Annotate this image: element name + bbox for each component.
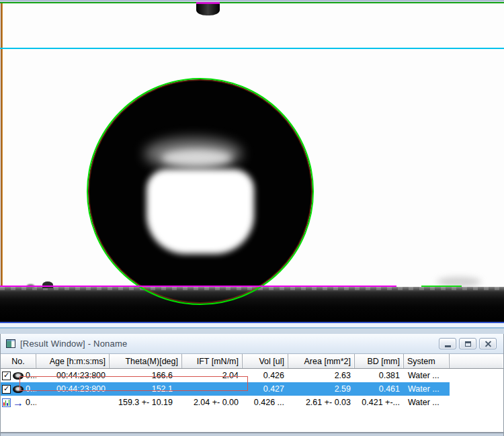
table-row-1[interactable]: ✓ 0... 00:44:23:800 166.6 2.04 0.426 2.6… [1,369,450,382]
result-window-titlebar[interactable]: [Result Window] - Noname [1,334,503,354]
result-window-icon [6,339,15,348]
cell-vol: 0.426 [243,369,288,382]
cell-no: → 0... [1,396,36,409]
close-icon [485,340,492,347]
statistics-chart-icon [2,398,11,407]
cell-ift [182,382,243,396]
column-header-theta[interactable]: Theta(M)[deg] [110,354,182,368]
window-controls [439,338,497,349]
needle-marker-line [196,2,220,4]
cell-ift: 2.04 +- 0.00 [182,396,243,409]
cell-system: Water ... [404,382,450,396]
column-header-ift[interactable]: IFT [mN/m] [182,354,243,368]
image-pane-border-outer [0,327,504,329]
cell-area: 2.59 [288,382,355,396]
row-checkbox[interactable]: ✓ [2,372,11,380]
cell-system: Water ... [404,369,450,382]
restore-button[interactable] [459,338,476,349]
column-header-system[interactable]: System [404,354,450,368]
cell-area: 2.61 +- 0.03 [288,396,355,409]
column-header-area[interactable]: Area [mm*2] [288,354,355,368]
row-number: 0... [26,371,36,380]
result-window-title: [Result Window] - Noname [20,339,127,349]
result-window-bottom-frame [1,433,503,436]
surface-debris [42,281,53,288]
circle-fit-overlay [87,78,314,305]
table-row-3-statistics[interactable]: → 0... 159.3 +- 10.19 2.04 +- 0.00 0.426… [1,396,450,409]
top-guide-line [0,2,504,3]
results-table: No. Age [h:m:s:ms] Theta(M)[deg] IFT [mN… [1,354,503,432]
cell-area: 2.63 [288,369,355,382]
camera-view [0,0,504,329]
row-number: 0... [26,384,36,394]
cell-bd: 0.381 [355,369,404,382]
minimize-icon [445,345,451,347]
table-empty-area [1,409,503,432]
mdi-background [0,329,504,334]
column-header-age[interactable]: Age [h:m:s:ms] [36,354,110,368]
minimize-button[interactable] [439,338,456,349]
baseline-fit-segment [421,286,462,287]
horizontal-guide-line[interactable] [0,48,504,49]
cell-system: Water ... [404,396,450,409]
arrow-right-icon: → [13,399,24,406]
restore-icon [465,341,471,347]
checkmark-icon: ✓ [3,372,9,379]
row-checkbox[interactable]: ✓ [2,385,11,394]
close-button[interactable] [479,338,497,349]
checkmark-icon: ✓ [3,385,9,392]
baseline-overlay-line[interactable] [0,286,396,287]
cell-vol: 0.427 [243,382,288,396]
column-header-filler [450,354,503,368]
column-header-no[interactable]: No. [1,354,36,368]
table-body: ✓ 0... 00:44:23:800 166.6 2.04 0.426 2.6… [1,369,503,409]
cell-vol: 0.426 ... [243,396,288,409]
cell-theta: 152.1 [110,382,182,396]
table-row-2-selected[interactable]: ✓ 0... 00:44:23:800 152.1 0.427 2.59 0.4… [1,382,450,396]
cell-age: 00:44:23:800 [36,369,110,382]
column-header-bd[interactable]: BD [mm] [355,354,404,368]
application-window: [Result Window] - Noname No. Age [h:m:s:… [0,0,504,436]
cell-bd: 0.421 +-... [355,396,404,409]
drop-icon [13,386,24,393]
table-header: No. Age [h:m:s:ms] Theta(M)[deg] IFT [mN… [1,354,503,369]
cell-no: ✓ 0... [1,369,36,382]
cell-no: ✓ 0... [1,382,36,396]
result-window: [Result Window] - Noname No. Age [h:m:s:… [0,334,504,436]
cell-bd: 0.461 [355,382,404,396]
left-edge-marker-line [1,3,3,287]
cell-age [36,396,110,409]
cell-ift: 2.04 [182,369,243,382]
cell-theta: 166.6 [110,369,182,382]
drop-icon [13,372,24,380]
cell-theta: 159.3 +- 10.19 [110,396,182,409]
dispensing-needle-tip [196,3,220,15]
row-number: 0... [26,398,36,407]
column-header-vol[interactable]: Vol [ul] [243,354,288,368]
cell-age: 00:44:23:800 [36,382,110,396]
